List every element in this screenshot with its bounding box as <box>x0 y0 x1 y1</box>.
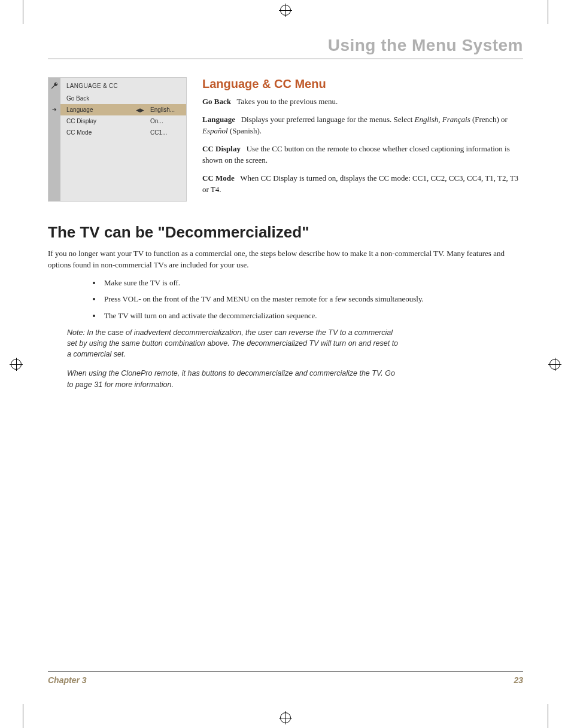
para-ccdisplay: CC Display Use the CC button on the remo… <box>202 143 523 166</box>
section-heading-decom: The TV can be "Decommercialized" <box>48 223 523 242</box>
para-language: Language Displays your preferred languag… <box>202 114 523 137</box>
menu-screenshot: ➔ LANGUAGE & CC Go Back Language ◀▶ Engl… <box>48 77 187 202</box>
menu-sidebar: ➔ <box>48 78 60 201</box>
menu-row-label: CC Display <box>66 118 96 124</box>
menu-row-language: Language ◀▶ English... <box>60 104 186 115</box>
term-text: Takes you to the previous menu. <box>237 97 338 106</box>
list-item: Press VOL- on the front of the TV and ME… <box>102 293 523 305</box>
term-em: Español <box>202 126 228 135</box>
menu-row-ccdisplay: CC Display On... <box>60 115 186 127</box>
term-text: (French) or <box>470 115 508 124</box>
menu-title: LANGUAGE & CC <box>60 78 186 93</box>
note-2: When using the ClonePro remote, it has b… <box>67 368 402 389</box>
menu-row-label: Go Back <box>66 95 89 102</box>
left-right-arrows-icon: ◀▶ <box>136 107 144 113</box>
footer-page: 23 <box>514 675 523 685</box>
list-item: The TV will turn on and activate the dec… <box>102 310 523 322</box>
crop-mark <box>23 0 23 24</box>
wrench-icon <box>50 81 59 90</box>
page-content: Using the Menu System ➔ LANGUAGE & CC Go… <box>48 36 523 692</box>
term-text: When CC Display is turned on, displays t… <box>202 173 518 194</box>
menu-row-ccmode: CC Mode CC1... <box>60 127 186 138</box>
list-item: Make sure the TV is off. <box>102 277 523 289</box>
bullet-list: Make sure the TV is off. Press VOL- on t… <box>102 277 523 322</box>
menu-inner: LANGUAGE & CC Go Back Language ◀▶ Englis… <box>60 78 186 138</box>
menu-row-label: CC Mode <box>66 129 92 136</box>
crop-mark <box>548 704 548 728</box>
arrow-right-icon: ➔ <box>52 106 57 112</box>
term-text: Displays your preferred language for the… <box>241 115 415 124</box>
term-text: Use the CC button on the remote to choos… <box>202 144 510 165</box>
crop-mark <box>23 704 23 728</box>
note-1: Note: In the case of inadvertent decomme… <box>67 327 402 360</box>
term-text: (Spanish). <box>228 126 262 135</box>
page-footer: Chapter 3 23 <box>48 671 523 685</box>
menu-row-label: Language <box>66 106 93 113</box>
para-ccmode: CC Mode When CC Display is turned on, di… <box>202 172 523 196</box>
term-em: English, Français <box>415 115 470 124</box>
crop-mark <box>548 0 548 24</box>
section-heading: Language & CC Menu <box>202 77 523 91</box>
menu-row-goback: Go Back <box>60 93 186 104</box>
section-language-cc: Language & CC Menu Go Back Takes you to … <box>202 77 523 202</box>
page-header: Using the Menu System <box>48 36 523 59</box>
para-decom-intro: If you no longer want your TV to functio… <box>48 248 523 271</box>
term-label: CC Mode <box>202 173 235 182</box>
registration-mark-icon <box>280 712 291 723</box>
top-row: ➔ LANGUAGE & CC Go Back Language ◀▶ Engl… <box>48 77 523 202</box>
para-goback: Go Back Takes you to the previous menu. <box>202 96 523 108</box>
menu-row-value: English... <box>150 106 180 113</box>
menu-row-value: CC1... <box>150 129 180 136</box>
registration-mark-icon <box>11 359 22 370</box>
term-label: Go Back <box>202 97 231 106</box>
term-label: Language <box>202 115 235 124</box>
registration-mark-icon <box>280 5 291 16</box>
footer-chapter: Chapter 3 <box>48 675 87 685</box>
registration-mark-icon <box>549 359 560 370</box>
menu-row-value: On... <box>150 118 180 124</box>
term-label: CC Display <box>202 144 241 153</box>
